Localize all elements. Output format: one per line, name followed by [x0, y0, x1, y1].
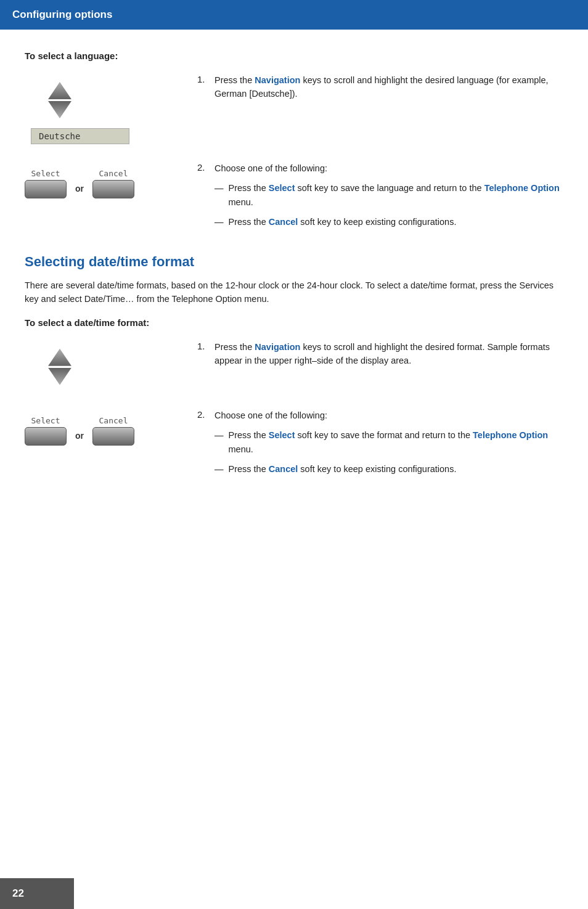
cancel-highlight-2: Cancel	[269, 464, 298, 474]
datetime-softkeys: Select or Cancel	[25, 416, 134, 446]
datetime-step1-numbered: 1. Press the Navigation keys to scroll a…	[197, 340, 563, 368]
language-step2-numbered: 2. Choose one of the following: — Press …	[197, 161, 563, 235]
language-bullet-2: — Press the Cancel soft key to keep exis…	[214, 215, 563, 229]
telephone-option-highlight-2: Telephone Option	[473, 430, 548, 440]
page-footer: 22	[0, 878, 74, 909]
or-text-1: or	[75, 184, 84, 194]
nav-key-up-icon	[43, 82, 76, 99]
datetime-step1-left	[25, 340, 185, 391]
datetime-heading: To select a date/time format:	[25, 317, 563, 328]
header-bar: Configuring options	[0, 0, 588, 30]
language-step1-text: Press the Navigation keys to scroll and …	[214, 73, 563, 101]
language-section: To select a language: Deutsche 1. Press …	[25, 51, 563, 235]
datetime-highlight: Date/Time…	[84, 294, 134, 304]
language-step2-number: 2.	[197, 161, 210, 173]
datetime-section-title: Selecting date/time format	[25, 254, 563, 270]
select-key-group: Select	[25, 169, 67, 198]
language-step2-intro: Choose one of the following:	[214, 161, 563, 175]
datetime-step1-number: 1.	[197, 340, 210, 351]
datetime-section: Selecting date/time format There are sev…	[25, 254, 563, 483]
datetime-step2-numbered: 2. Choose one of the following: — Press …	[197, 409, 563, 483]
language-step1-numbered: 1. Press the Navigation keys to scroll a…	[197, 73, 563, 101]
datetime-step2-number: 2.	[197, 409, 210, 420]
language-bullet-list: — Press the Select soft key to save the …	[214, 181, 563, 229]
cancel-key-group-2: Cancel	[92, 416, 134, 446]
nav-keys-graphic	[43, 82, 76, 118]
language-step1-right: 1. Press the Navigation keys to scroll a…	[185, 73, 563, 101]
main-content: To select a language: Deutsche 1. Press …	[0, 30, 588, 524]
telephone-option-highlight-1: Telephone Option	[484, 183, 560, 193]
nav-keys-graphic-2	[43, 349, 76, 385]
select-button[interactable]	[25, 180, 67, 198]
datetime-step1-row: 1. Press the Navigation keys to scroll a…	[25, 340, 563, 391]
cancel-button[interactable]	[92, 180, 134, 198]
navigation-highlight-2: Navigation	[255, 342, 300, 352]
select-key-group-2: Select	[25, 416, 67, 446]
language-step1-left: Deutsche	[25, 73, 185, 144]
language-step2-right: 2. Choose one of the following: — Press …	[185, 161, 563, 235]
language-step1-number: 1.	[197, 73, 210, 84]
datetime-step2-row: Select or Cancel 2. Choose one of the fo…	[25, 409, 563, 483]
language-heading: To select a language:	[25, 51, 563, 61]
or-text-2: or	[75, 431, 84, 441]
datetime-step1-right: 1. Press the Navigation keys to scroll a…	[185, 340, 563, 368]
services-highlight: Services	[519, 280, 553, 290]
cancel-key-label: Cancel	[99, 169, 128, 178]
datetime-step2-left: Select or Cancel	[25, 409, 185, 446]
cancel-key-group: Cancel	[92, 169, 134, 198]
nav-key-down-icon	[43, 101, 76, 118]
nav-key-down-icon-2	[43, 368, 76, 385]
cancel-button-2[interactable]	[92, 427, 134, 446]
select-key-label-2: Select	[31, 416, 60, 425]
header-title: Configuring options	[12, 9, 112, 20]
datetime-bullet-list: — Press the Select soft key to save the …	[214, 428, 563, 476]
datetime-step2-intro: Choose one of the following:	[214, 409, 563, 422]
cancel-key-label-2: Cancel	[99, 416, 128, 425]
select-button-2[interactable]	[25, 427, 67, 446]
navigation-highlight: Navigation	[255, 75, 300, 85]
page-number: 22	[12, 887, 24, 900]
cancel-highlight-1: Cancel	[269, 217, 298, 227]
datetime-step1-text: Press the Navigation keys to scroll and …	[214, 340, 563, 368]
datetime-bullet-1: — Press the Select soft key to save the …	[214, 428, 563, 456]
language-softkeys: Select or Cancel	[25, 169, 134, 198]
telephone-option-highlight-intro: Telephone Option	[172, 294, 242, 304]
select-highlight-1: Select	[269, 183, 295, 193]
language-step1-row: Deutsche 1. Press the Navigation keys to…	[25, 73, 563, 144]
select-key-label: Select	[31, 169, 60, 178]
datetime-step2-right: 2. Choose one of the following: — Press …	[185, 409, 563, 483]
select-highlight-2: Select	[269, 430, 295, 440]
deutsche-display: Deutsche	[31, 128, 129, 144]
datetime-intro: There are several date/time formats, bas…	[25, 279, 563, 306]
datetime-bullet-2: — Press the Cancel soft key to keep exis…	[214, 462, 563, 476]
language-step2-row: Select or Cancel 2. Choose one of the fo…	[25, 161, 563, 235]
language-step2-left: Select or Cancel	[25, 161, 185, 198]
nav-key-up-icon-2	[43, 349, 76, 366]
language-bullet-1: — Press the Select soft key to save the …	[214, 181, 563, 209]
